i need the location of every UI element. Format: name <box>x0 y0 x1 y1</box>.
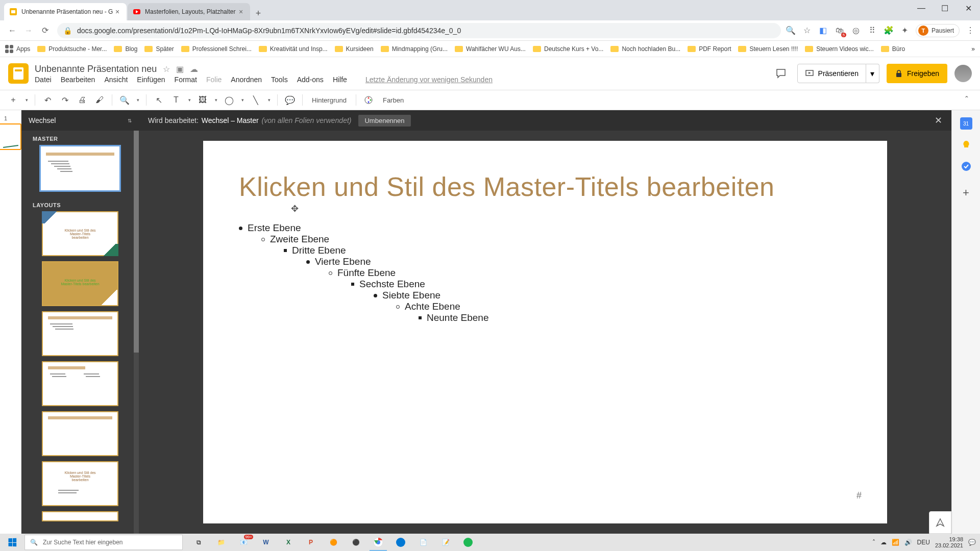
app-icon[interactable]: 🟠 <box>323 534 344 551</box>
menu-insert[interactable]: Einfügen <box>137 76 165 84</box>
menu-arrange[interactable]: Anordnen <box>231 76 262 84</box>
explore-button[interactable] <box>929 511 951 534</box>
keep-addon-icon[interactable] <box>960 139 972 151</box>
menu-file[interactable]: Datei <box>35 76 52 84</box>
tasks-addon-icon[interactable] <box>960 160 972 172</box>
bookmark-item[interactable]: Steuern Lesen !!!! <box>738 45 798 53</box>
layout-thumbnail[interactable] <box>42 311 118 356</box>
bookmark-item[interactable]: Mindmapping (Gru... <box>381 45 448 53</box>
extension-icon[interactable]: ◎ <box>850 25 862 36</box>
volume-icon[interactable]: 🔊 <box>904 539 912 546</box>
image-tool[interactable]: 🖼 <box>195 93 210 107</box>
panel-scrollbar[interactable] <box>134 131 139 534</box>
zoom-icon[interactable]: 🔍 <box>785 25 796 36</box>
redo-button[interactable]: ↷ <box>58 93 72 107</box>
file-explorer-icon[interactable]: 📁 <box>210 534 232 551</box>
slide-number-placeholder[interactable]: # <box>856 490 862 501</box>
onedrive-icon[interactable]: ☁ <box>880 539 887 546</box>
bookmark-item[interactable]: Kreativität und Insp... <box>259 45 328 53</box>
close-icon[interactable]: × <box>113 8 121 16</box>
close-icon[interactable]: × <box>237 8 245 16</box>
bookmark-item[interactable]: Später <box>144 45 174 53</box>
bookmark-item[interactable]: Steuern Videos wic... <box>805 45 874 53</box>
share-button[interactable]: Freigeben <box>887 64 947 83</box>
url-field[interactable]: 🔒 docs.google.com/presentation/d/1o2Pm-L… <box>57 23 781 38</box>
star-icon[interactable]: ☆ <box>801 25 813 36</box>
rename-button[interactable]: Umbenennen <box>358 115 410 127</box>
start-button[interactable] <box>0 534 24 551</box>
line-dropdown[interactable]: ▾ <box>266 97 272 103</box>
edge-icon[interactable] <box>390 534 411 551</box>
new-tab-button[interactable]: + <box>251 6 265 20</box>
task-view-button[interactable]: ⧉ <box>188 534 209 551</box>
extension-icon[interactable]: ◧ <box>818 25 829 36</box>
notepad-icon[interactable]: 📝 <box>435 534 456 551</box>
language-indicator[interactable]: DEU <box>917 539 930 546</box>
new-slide-dropdown[interactable]: ▾ <box>23 97 30 103</box>
layouts-list[interactable]: Klicken und Stil desMaster-Titelsbearbei… <box>21 211 139 534</box>
notifications-icon[interactable]: 💬 <box>968 539 976 546</box>
print-button[interactable]: 🖨 <box>75 93 89 107</box>
shape-tool[interactable]: ◯ <box>222 93 236 107</box>
close-window-button[interactable]: ✕ <box>957 0 980 16</box>
select-tool[interactable]: ↖ <box>152 93 166 107</box>
back-button[interactable]: ← <box>4 22 20 39</box>
extension-icon[interactable]: ✦ <box>899 25 911 36</box>
layout-thumbnail[interactable] <box>42 511 118 521</box>
filmstrip-slide[interactable] <box>0 123 21 150</box>
comments-button[interactable] <box>772 64 790 83</box>
last-edit-link[interactable]: Letzte Änderung vor wenigen Sekunden <box>365 76 493 84</box>
cloud-status-icon[interactable]: ☁ <box>190 64 198 74</box>
chrome-menu-icon[interactable]: ⋮ <box>965 25 976 36</box>
maximize-button[interactable]: ☐ <box>933 0 957 16</box>
spotify-icon[interactable] <box>457 534 479 551</box>
menu-addons[interactable]: Add-ons <box>297 76 324 84</box>
apps-shortcut[interactable]: Apps <box>5 45 30 53</box>
menu-format[interactable]: Format <box>175 76 197 84</box>
minimize-button[interactable]: — <box>910 0 933 16</box>
comment-tool[interactable]: 💬 <box>283 93 297 107</box>
master-thumbnail[interactable] <box>39 145 121 192</box>
mail-icon[interactable]: 📧99+ <box>233 534 254 551</box>
chrome-icon[interactable] <box>368 534 389 551</box>
collapse-toolbar-button[interactable]: ˆ <box>960 93 974 107</box>
obs-icon[interactable]: ⚫ <box>345 534 366 551</box>
taskbar-search[interactable]: 🔍 Zur Suche Text hier eingeben <box>24 535 183 550</box>
menu-help[interactable]: Hilfe <box>333 76 347 84</box>
menu-tools[interactable]: Tools <box>271 76 288 84</box>
calendar-addon-icon[interactable]: 31 <box>960 117 972 130</box>
add-addon-button[interactable]: + <box>960 187 972 199</box>
bookmark-item[interactable]: Produktsuche - Mer... <box>37 45 107 53</box>
bookmark-item[interactable]: Noch hochladen Bu... <box>610 45 680 53</box>
body-text-placeholder[interactable]: Erste Ebene Zweite Ebene Dritte Ebene Vi… <box>239 222 851 323</box>
move-icon[interactable]: ▣ <box>176 64 184 74</box>
extension-icon[interactable]: ⠿ <box>867 25 878 36</box>
account-avatar[interactable] <box>954 65 972 82</box>
undo-button[interactable]: ↶ <box>40 93 55 107</box>
paint-format-button[interactable]: 🖌 <box>92 93 107 107</box>
layout-thumbnail[interactable]: Klicken und Stil desMaster-Titelsbearbei… <box>42 211 118 256</box>
master-title-placeholder[interactable]: Klicken und Stil des Master-Titels bearb… <box>239 171 851 202</box>
excel-icon[interactable]: X <box>278 534 299 551</box>
reload-button[interactable]: ⟳ <box>37 22 53 39</box>
slide-canvas[interactable]: Klicken und Stil des Master-Titels bearb… <box>203 141 887 523</box>
powerpoint-icon[interactable]: P <box>300 534 322 551</box>
line-tool[interactable]: ╲ <box>249 93 263 107</box>
menu-edit[interactable]: Bearbeiten <box>61 76 95 84</box>
colors-button[interactable]: Farben <box>379 96 408 104</box>
bookmark-item[interactable]: Büro <box>881 45 905 53</box>
theme-selector[interactable]: Wechsel ⇅ <box>21 110 139 131</box>
shape-dropdown[interactable]: ▾ <box>239 97 246 103</box>
menu-view[interactable]: Ansicht <box>104 76 128 84</box>
textbox-dropdown[interactable]: ▾ <box>186 97 192 103</box>
bookmark-item[interactable]: Blog <box>114 45 137 53</box>
image-dropdown[interactable]: ▾ <box>213 97 219 103</box>
taskbar-clock[interactable]: 19:38 23.02.2021 <box>935 536 963 548</box>
extensions-menu-icon[interactable]: 🧩 <box>883 25 894 36</box>
layout-thumbnail[interactable] <box>42 411 118 456</box>
zoom-button[interactable]: 🔍 <box>117 93 132 107</box>
app-icon[interactable]: 📄 <box>412 534 434 551</box>
bookmark-item[interactable]: Professionell Schrei... <box>181 45 252 53</box>
bookmark-item[interactable]: Wahlfächer WU Aus... <box>455 45 526 53</box>
tray-overflow-icon[interactable]: ˄ <box>872 539 875 546</box>
